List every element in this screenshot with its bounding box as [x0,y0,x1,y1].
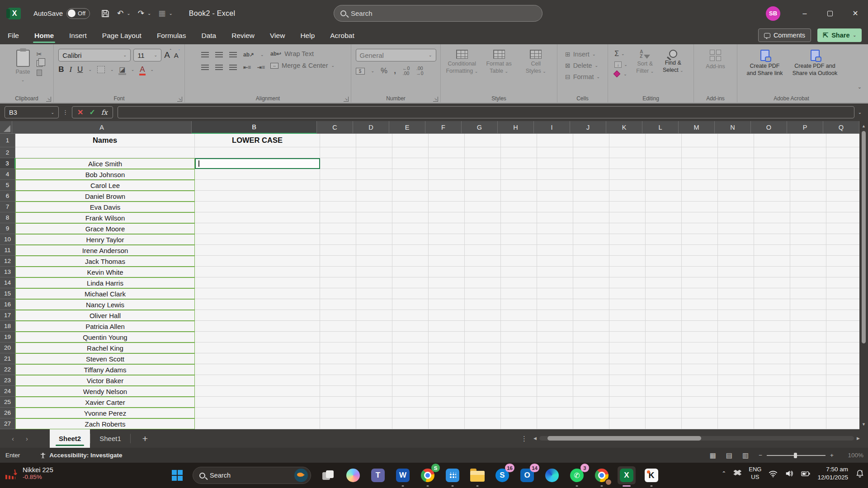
decrease-indent-icon[interactable]: ⇤≡ [243,64,251,70]
excel-taskbar-button[interactable]: X [618,466,636,484]
cell-K13[interactable] [609,267,646,277]
italic-button[interactable]: I [69,65,72,74]
cell-K16[interactable] [609,299,646,310]
cell-I25[interactable] [537,397,573,408]
cell-F22[interactable] [429,364,465,375]
cell-K17[interactable] [609,310,646,321]
cell-O18[interactable] [754,321,790,332]
cell-E18[interactable] [392,321,429,332]
cell-L21[interactable] [646,353,682,364]
wifi-icon[interactable] [769,469,778,478]
cell-J17[interactable] [573,310,609,321]
cell-M1[interactable] [682,134,718,147]
cell-L20[interactable] [646,343,682,353]
cell-N16[interactable] [718,299,754,310]
cell-A7[interactable]: Eva Davis [15,202,195,212]
row-header-8[interactable]: 8 [0,212,15,223]
formula-input[interactable] [118,106,854,118]
cell-H8[interactable] [501,212,537,223]
cell-N4[interactable] [718,169,754,180]
cell-A12[interactable]: Jack Thomas [15,256,195,267]
cell-K8[interactable] [609,212,646,223]
cell-F3[interactable] [429,158,465,169]
cell-J2[interactable] [573,147,609,158]
cell-I2[interactable] [537,147,573,158]
cell-L8[interactable] [646,212,682,223]
cell-J15[interactable] [573,288,609,299]
start-button[interactable] [168,466,186,484]
cell-M22[interactable] [682,364,718,375]
conditional-formatting-button[interactable]: ConditionalFormatting ⌄ [443,48,481,75]
align-right-icon[interactable] [229,65,237,70]
cell-Q23[interactable] [826,375,859,386]
cell-A27[interactable]: Zach Roberts [15,418,195,429]
cell-C13[interactable] [320,267,356,277]
cell-K24[interactable] [609,386,646,397]
cell-N11[interactable] [718,245,754,256]
cell-I3[interactable] [537,158,573,169]
cell-E14[interactable] [392,277,429,288]
cell-G12[interactable] [465,256,501,267]
whatsapp-button[interactable]: ✆3 [568,466,586,484]
cell-J24[interactable] [573,386,609,397]
name-box[interactable]: B3 ⌄ [5,106,59,118]
cell-H27[interactable] [501,418,537,429]
row-header-27[interactable]: 27 [0,418,15,429]
battery-icon[interactable] [801,469,810,478]
cell-J19[interactable] [573,332,609,343]
save-icon[interactable] [101,9,110,18]
cell-D8[interactable] [356,212,392,223]
cell-B26[interactable] [195,408,320,418]
cell-E1[interactable] [392,134,429,147]
cell-D1[interactable] [356,134,392,147]
cell-K6[interactable] [609,191,646,202]
cell-M17[interactable] [682,310,718,321]
cell-N24[interactable] [718,386,754,397]
row-header-19[interactable]: 19 [0,332,15,343]
name-box-dropdown-icon[interactable]: ⌄ [51,110,54,115]
row-header-16[interactable]: 16 [0,299,15,310]
cell-M4[interactable] [682,169,718,180]
cell-D10[interactable] [356,234,392,245]
cell-M13[interactable] [682,267,718,277]
speaker-icon[interactable] [785,469,794,478]
cell-H25[interactable] [501,397,537,408]
cell-M21[interactable] [682,353,718,364]
cell-O7[interactable] [754,202,790,212]
cell-F7[interactable] [429,202,465,212]
cell-G1[interactable] [465,134,501,147]
cell-E4[interactable] [392,169,429,180]
cell-F20[interactable] [429,343,465,353]
cell-M3[interactable] [682,158,718,169]
cell-P4[interactable] [790,169,826,180]
cell-M2[interactable] [682,147,718,158]
sheet-tab-sheet1[interactable]: Sheet1 [90,429,130,448]
cell-B18[interactable] [195,321,320,332]
cell-H21[interactable] [501,353,537,364]
cell-H14[interactable] [501,277,537,288]
page-break-view-icon[interactable]: ▥ [742,451,749,460]
cell-L7[interactable] [646,202,682,212]
cell-P21[interactable] [790,353,826,364]
cell-G6[interactable] [465,191,501,202]
cell-D5[interactable] [356,180,392,191]
tab-home[interactable]: Home [27,27,61,44]
cell-I16[interactable] [537,299,573,310]
accounting-format-icon[interactable]: $ [356,68,365,75]
cell-I10[interactable] [537,234,573,245]
cell-G15[interactable] [465,288,501,299]
cell-L19[interactable] [646,332,682,343]
cell-I23[interactable] [537,375,573,386]
accessibility-status[interactable]: Accessibility: Investigate [40,452,122,459]
outlook-button[interactable]: O14 [518,466,536,484]
enter-icon[interactable]: ✓ [89,108,95,117]
cell-O10[interactable] [754,234,790,245]
cell-Q10[interactable] [826,234,859,245]
underline-dropdown-icon[interactable]: ⌄ [88,67,92,72]
cell-D6[interactable] [356,191,392,202]
merge-center-button[interactable]: ↔ Merge & Center ⌄ [270,62,335,69]
row-header-17[interactable]: 17 [0,310,15,321]
cell-Q16[interactable] [826,299,859,310]
cell-C6[interactable] [320,191,356,202]
cell-O14[interactable] [754,277,790,288]
